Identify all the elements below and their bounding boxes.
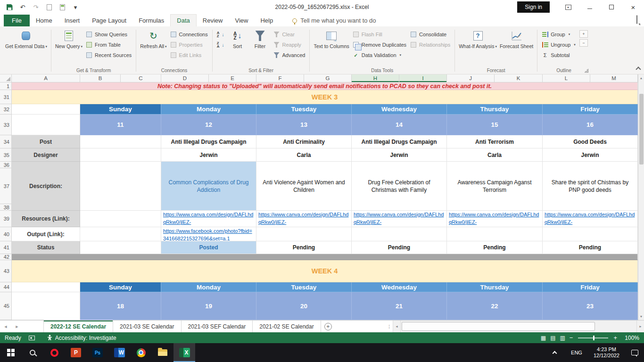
tab-page-layout[interactable]: Page Layout [86,15,132,26]
zoom-slider[interactable] [578,337,608,338]
column-header[interactable]: M [590,74,638,82]
output-cell[interactable] [80,227,161,241]
column-header[interactable]: K [495,74,543,82]
date-cell[interactable]: 12 [161,115,256,135]
hide-detail-button[interactable]: − [579,39,588,47]
from-table-button[interactable]: From Table [84,40,133,49]
advanced-filter-button[interactable]: Advanced [272,50,307,60]
status-cell[interactable]: Pending [352,241,447,254]
subtotal-button[interactable]: ΣSubtotal [540,50,578,60]
output-cell[interactable] [256,227,352,241]
horizontal-scrollbar[interactable]: ⁞ ◄ ► [386,321,644,332]
day-header-wednesday[interactable]: Wednesday [352,282,447,292]
ribbon-display-options-button[interactable]: ▴ [557,0,579,14]
post-cell[interactable] [80,135,161,148]
designer-cell[interactable]: Carla [447,148,543,162]
row-header[interactable]: 35 [0,148,12,162]
day-header-thursday[interactable]: Thursday [447,282,543,292]
sort-descending-button[interactable]: ZA↓ [215,40,226,49]
status-cell[interactable] [80,241,161,254]
post-cell[interactable]: Anti Terrorism [447,135,543,148]
label-description[interactable]: Description: [12,162,80,211]
zoom-out-button[interactable]: − [570,334,573,341]
day-header-monday[interactable]: Monday [161,282,256,292]
description-cell[interactable]: Awareness Campaign Aganst Terrorism [447,162,543,211]
empty-cell[interactable] [12,115,80,135]
day-header-friday[interactable]: Friday [543,282,638,292]
post-cell[interactable]: Anti Criminality [256,135,352,148]
output-cell[interactable] [543,227,638,241]
page-layout-view-icon[interactable]: ▤ [550,335,555,341]
print-preview-icon[interactable] [58,3,66,11]
show-detail-button[interactable]: + [579,30,588,38]
row-header[interactable]: 40 [0,227,12,241]
connections-button[interactable]: Connections [168,30,210,39]
label-output[interactable]: Output (Link): [12,227,80,241]
row-header[interactable]: 32 [0,104,12,115]
column-header[interactable]: C [121,74,161,82]
day-header-sunday[interactable]: Sunday [80,104,161,115]
description-cell[interactable]: Share the spirit of Chistmas by PNP good… [543,162,638,211]
column-header[interactable]: B [80,74,121,82]
description-cell[interactable] [80,162,161,211]
sheet-nav-left-icon[interactable]: ◄ [0,321,11,332]
output-cell[interactable] [352,227,447,241]
sort-button[interactable]: AZ↓ Sort [226,28,249,50]
column-header[interactable]: A [12,74,80,82]
start-button[interactable] [0,343,22,362]
day-header-monday[interactable]: Monday [161,104,256,115]
day-header-sunday[interactable]: Sunday [80,282,161,292]
column-header[interactable]: D [161,74,209,82]
tab-view[interactable]: View [229,15,254,26]
zoom-in-button[interactable]: + [613,334,617,341]
day-header-thursday[interactable]: Thursday [447,104,543,115]
date-cell[interactable]: 23 [543,292,638,320]
date-cell[interactable]: 20 [256,292,352,320]
row-header[interactable]: 44 [0,282,12,292]
undo-icon[interactable]: ↶ [19,3,26,11]
group-button[interactable]: Group▾ [540,30,578,39]
date-cell[interactable]: 21 [352,292,447,320]
customize-qat-icon[interactable]: ▾ [72,3,79,11]
scroll-right-icon[interactable]: ► [636,321,644,332]
data-validation-button[interactable]: ✓Data Validation▾ [351,50,408,60]
row-header[interactable]: 42 [0,254,12,260]
sheet-tab[interactable]: 2021-02 SE Calendar [253,321,321,332]
label-post[interactable]: Post [12,135,80,148]
column-header[interactable]: G [304,74,352,82]
row-header[interactable]: 1 [0,82,12,90]
taskbar-clock[interactable]: 4:23 PM 12/12/2022 [588,346,625,359]
post-cell[interactable]: Good Deeds [543,135,638,148]
remove-duplicates-button[interactable]: Remove Duplicates [351,40,408,49]
row-header[interactable]: 37 [0,168,12,204]
date-cell[interactable]: 11 [80,115,161,135]
date-cell[interactable]: 16 [543,115,638,135]
tab-file[interactable]: File [4,15,30,26]
row-header[interactable]: 38 [0,204,12,211]
resources-cell[interactable] [80,211,161,227]
horizontal-scroll-thumb[interactable] [402,322,595,331]
date-cell[interactable]: 19 [161,292,256,320]
taskbar-excel-button[interactable]: X [173,343,195,362]
zoom-level[interactable]: 100% [621,335,639,341]
show-queries-button[interactable]: Show Queries [84,30,133,39]
sign-in-button[interactable]: Sign in [517,1,550,13]
week3-title-cell[interactable]: WEEK 3 [12,90,638,104]
date-cell[interactable]: 13 [256,115,352,135]
tray-show-hidden-icons[interactable] [544,343,565,362]
sheet-tab[interactable]: 2021-03 SE Calendar [113,321,181,332]
status-cell[interactable]: Pending [447,241,543,254]
vertical-scrollbar[interactable]: ▲ ▼ [638,74,644,320]
page-break-view-icon[interactable]: ▥ [560,335,565,341]
row-header[interactable]: 34 [0,135,12,148]
macro-record-icon[interactable] [29,336,35,340]
close-button[interactable]: × [622,0,644,14]
language-indicator[interactable]: ENG [565,350,588,355]
description-cell[interactable]: Drug Free Celebration of Christmas with … [352,162,447,211]
label-designer[interactable]: Designer [12,148,80,162]
facebook-link[interactable]: https://www.facebook.com/photo?fbid=3416… [163,228,254,241]
canva-link[interactable]: https://www.canva.com/design/DAFLhdqRkw0… [449,211,540,226]
tab-formulas[interactable]: Formulas [132,15,170,26]
canva-link[interactable]: https://www.canva.com/design/DAFLhdqRkw0… [354,211,445,226]
row-header[interactable]: 36 [0,162,12,168]
